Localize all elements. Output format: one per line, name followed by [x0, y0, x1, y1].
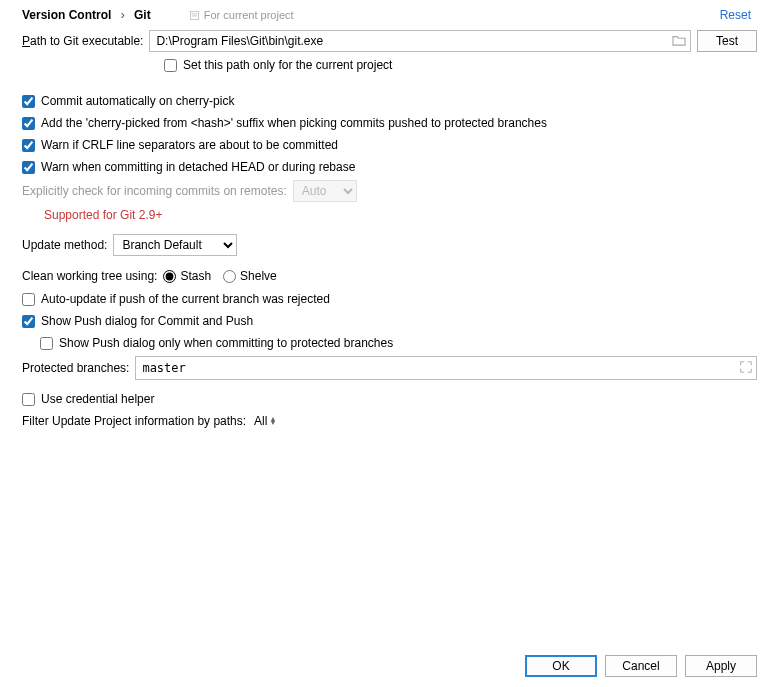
show-push-label: Show Push dialog for Commit and Push [41, 314, 253, 328]
filter-paths-value[interactable]: All ▲▼ [254, 414, 276, 428]
add-suffix-label: Add the 'cherry-picked from <hash>' suff… [41, 116, 547, 130]
svg-rect-1 [191, 13, 197, 14]
path-label: PPath to Git executable:ath to Git execu… [22, 34, 143, 48]
credential-helper-label: Use credential helper [41, 392, 154, 406]
protected-branches-input[interactable] [135, 356, 757, 380]
commit-cherry-checkbox[interactable] [22, 95, 35, 108]
auto-update-checkbox[interactable] [22, 293, 35, 306]
git-path-input[interactable] [149, 30, 691, 52]
show-push-checkbox[interactable] [22, 315, 35, 328]
update-method-select[interactable]: Branch Default [113, 234, 237, 256]
show-push-protected-label: Show Push dialog only when committing to… [59, 336, 393, 350]
reset-link[interactable]: Reset [720, 8, 751, 22]
add-suffix-checkbox[interactable] [22, 117, 35, 130]
warn-detached-checkbox[interactable] [22, 161, 35, 174]
commit-cherry-label: Commit automatically on cherry-pick [41, 94, 234, 108]
cancel-button[interactable]: Cancel [605, 655, 677, 677]
svg-rect-2 [191, 15, 197, 16]
filter-paths-label: Filter Update Project information by pat… [22, 414, 246, 428]
stash-radio[interactable]: Stash [163, 269, 211, 283]
show-push-protected-checkbox[interactable] [40, 337, 53, 350]
breadcrumb-leaf: Git [134, 8, 151, 22]
breadcrumb-root[interactable]: Version Control [22, 8, 111, 22]
warn-crlf-label: Warn if CRLF line separators are about t… [41, 138, 338, 152]
warn-detached-label: Warn when committing in detached HEAD or… [41, 160, 355, 174]
update-method-label: Update method: [22, 238, 107, 252]
credential-helper-checkbox[interactable] [22, 393, 35, 406]
set-path-project-checkbox[interactable] [164, 59, 177, 72]
chevron-right-icon: › [121, 8, 125, 22]
test-button[interactable]: Test [697, 30, 757, 52]
warn-crlf-checkbox[interactable] [22, 139, 35, 152]
ok-button[interactable]: OK [525, 655, 597, 677]
auto-update-label: Auto-update if push of the current branc… [41, 292, 330, 306]
clean-tree-label: Clean working tree using: [22, 269, 157, 283]
sort-icon: ▲▼ [269, 417, 276, 425]
set-path-project-label: Set this path only for the current proje… [183, 58, 392, 72]
explicit-check-label: Explicitly check for incoming commits on… [22, 184, 287, 198]
shelve-radio[interactable]: Shelve [223, 269, 277, 283]
protected-branches-label: Protected branches: [22, 361, 129, 375]
apply-button[interactable]: Apply [685, 655, 757, 677]
project-icon [189, 10, 200, 21]
breadcrumb: Version Control › Git [22, 8, 151, 22]
project-scope-tag: For current project [189, 9, 294, 21]
explicit-check-select: Auto [293, 180, 357, 202]
git-version-hint: Supported for Git 2.9+ [0, 204, 771, 226]
